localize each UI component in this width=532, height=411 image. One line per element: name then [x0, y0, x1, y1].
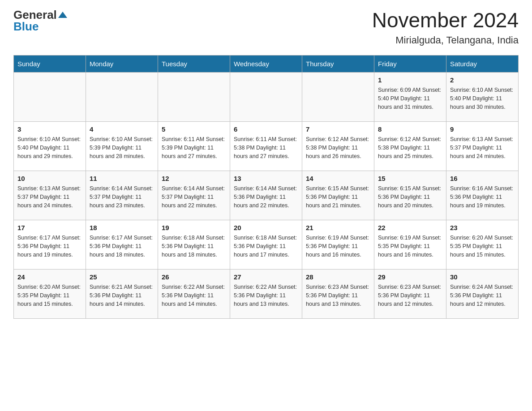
day-number: 1	[378, 75, 442, 86]
day-number: 3	[17, 124, 82, 135]
location-text: Mirialguda, Telangana, India	[372, 34, 519, 46]
day-info: Sunrise: 6:19 AM Sunset: 5:36 PM Dayligh…	[306, 234, 370, 259]
table-row: 1Sunrise: 6:09 AM Sunset: 5:40 PM Daylig…	[374, 72, 446, 121]
table-row: 3Sunrise: 6:10 AM Sunset: 5:40 PM Daylig…	[14, 121, 86, 171]
table-row: 8Sunrise: 6:12 AM Sunset: 5:38 PM Daylig…	[374, 121, 446, 171]
day-info: Sunrise: 6:18 AM Sunset: 5:36 PM Dayligh…	[234, 234, 298, 259]
day-info: Sunrise: 6:12 AM Sunset: 5:38 PM Dayligh…	[378, 135, 442, 160]
day-info: Sunrise: 6:13 AM Sunset: 5:37 PM Dayligh…	[450, 135, 515, 160]
table-row	[230, 72, 302, 121]
day-number: 25	[90, 272, 154, 283]
header-saturday: Saturday	[446, 55, 519, 72]
table-row: 9Sunrise: 6:13 AM Sunset: 5:37 PM Daylig…	[446, 121, 519, 171]
day-info: Sunrise: 6:11 AM Sunset: 5:38 PM Dayligh…	[234, 135, 298, 160]
table-row	[302, 72, 374, 121]
day-number: 20	[234, 223, 298, 233]
calendar-week-row: 1Sunrise: 6:09 AM Sunset: 5:40 PM Daylig…	[14, 72, 519, 121]
table-row	[14, 72, 86, 121]
day-info: Sunrise: 6:17 AM Sunset: 5:36 PM Dayligh…	[90, 234, 154, 259]
table-row: 4Sunrise: 6:10 AM Sunset: 5:39 PM Daylig…	[86, 121, 158, 171]
logo-general-text: General	[13, 9, 67, 21]
day-number: 29	[378, 272, 442, 283]
day-number: 30	[450, 272, 515, 283]
table-row: 24Sunrise: 6:20 AM Sunset: 5:35 PM Dayli…	[14, 269, 86, 318]
table-row: 5Sunrise: 6:11 AM Sunset: 5:39 PM Daylig…	[158, 121, 230, 171]
table-row: 29Sunrise: 6:23 AM Sunset: 5:36 PM Dayli…	[374, 269, 446, 318]
weekday-header-row: Sunday Monday Tuesday Wednesday Thursday…	[14, 55, 519, 72]
logo: General Blue	[13, 9, 67, 32]
day-number: 4	[90, 124, 154, 135]
header-monday: Monday	[86, 55, 158, 72]
table-row: 16Sunrise: 6:16 AM Sunset: 5:36 PM Dayli…	[446, 171, 519, 220]
table-row: 6Sunrise: 6:11 AM Sunset: 5:38 PM Daylig…	[230, 121, 302, 171]
calendar-week-row: 3Sunrise: 6:10 AM Sunset: 5:40 PM Daylig…	[14, 121, 519, 171]
day-number: 9	[450, 124, 515, 135]
day-info: Sunrise: 6:20 AM Sunset: 5:35 PM Dayligh…	[450, 234, 515, 259]
table-row: 20Sunrise: 6:18 AM Sunset: 5:36 PM Dayli…	[230, 220, 302, 269]
table-row: 17Sunrise: 6:17 AM Sunset: 5:36 PM Dayli…	[14, 220, 86, 269]
day-number: 18	[90, 223, 154, 233]
day-number: 27	[234, 272, 298, 283]
calendar-week-row: 10Sunrise: 6:13 AM Sunset: 5:37 PM Dayli…	[14, 171, 519, 220]
table-row: 23Sunrise: 6:20 AM Sunset: 5:35 PM Dayli…	[446, 220, 519, 269]
header-sunday: Sunday	[14, 55, 86, 72]
day-number: 15	[378, 174, 442, 184]
day-info: Sunrise: 6:23 AM Sunset: 5:36 PM Dayligh…	[306, 283, 370, 308]
day-number: 23	[450, 223, 515, 233]
day-info: Sunrise: 6:23 AM Sunset: 5:36 PM Dayligh…	[378, 283, 442, 308]
day-info: Sunrise: 6:12 AM Sunset: 5:38 PM Dayligh…	[306, 135, 370, 160]
day-number: 19	[162, 223, 226, 233]
table-row: 25Sunrise: 6:21 AM Sunset: 5:36 PM Dayli…	[86, 269, 158, 318]
day-number: 17	[17, 223, 82, 233]
table-row: 22Sunrise: 6:19 AM Sunset: 5:35 PM Dayli…	[374, 220, 446, 269]
page-header: General Blue November 2024 Mirialguda, T…	[13, 9, 519, 46]
day-number: 22	[378, 223, 442, 233]
day-info: Sunrise: 6:13 AM Sunset: 5:37 PM Dayligh…	[17, 184, 82, 210]
day-info: Sunrise: 6:22 AM Sunset: 5:36 PM Dayligh…	[234, 283, 298, 308]
day-info: Sunrise: 6:09 AM Sunset: 5:40 PM Dayligh…	[378, 86, 442, 111]
day-number: 8	[378, 124, 442, 135]
table-row: 19Sunrise: 6:18 AM Sunset: 5:36 PM Dayli…	[158, 220, 230, 269]
day-info: Sunrise: 6:16 AM Sunset: 5:36 PM Dayligh…	[450, 184, 515, 210]
day-info: Sunrise: 6:21 AM Sunset: 5:36 PM Dayligh…	[90, 283, 154, 308]
day-info: Sunrise: 6:17 AM Sunset: 5:36 PM Dayligh…	[17, 234, 82, 259]
day-info: Sunrise: 6:14 AM Sunset: 5:37 PM Dayligh…	[162, 184, 226, 210]
day-info: Sunrise: 6:10 AM Sunset: 5:40 PM Dayligh…	[450, 86, 515, 111]
day-info: Sunrise: 6:11 AM Sunset: 5:39 PM Dayligh…	[162, 135, 226, 160]
header-friday: Friday	[374, 55, 446, 72]
day-info: Sunrise: 6:15 AM Sunset: 5:36 PM Dayligh…	[306, 184, 370, 210]
table-row	[158, 72, 230, 121]
table-row: 13Sunrise: 6:14 AM Sunset: 5:36 PM Dayli…	[230, 171, 302, 220]
table-row: 26Sunrise: 6:22 AM Sunset: 5:36 PM Dayli…	[158, 269, 230, 318]
month-title: November 2024	[372, 9, 519, 32]
day-info: Sunrise: 6:15 AM Sunset: 5:36 PM Dayligh…	[378, 184, 442, 210]
table-row: 21Sunrise: 6:19 AM Sunset: 5:36 PM Dayli…	[302, 220, 374, 269]
day-info: Sunrise: 6:14 AM Sunset: 5:37 PM Dayligh…	[90, 184, 154, 210]
table-row: 2Sunrise: 6:10 AM Sunset: 5:40 PM Daylig…	[446, 72, 519, 121]
day-info: Sunrise: 6:18 AM Sunset: 5:36 PM Dayligh…	[162, 234, 226, 259]
table-row: 7Sunrise: 6:12 AM Sunset: 5:38 PM Daylig…	[302, 121, 374, 171]
calendar-week-row: 24Sunrise: 6:20 AM Sunset: 5:35 PM Dayli…	[14, 269, 519, 318]
logo-blue-text: Blue	[13, 21, 39, 32]
table-row: 11Sunrise: 6:14 AM Sunset: 5:37 PM Dayli…	[86, 171, 158, 220]
day-info: Sunrise: 6:19 AM Sunset: 5:35 PM Dayligh…	[378, 234, 442, 259]
day-number: 16	[450, 174, 515, 184]
table-row: 14Sunrise: 6:15 AM Sunset: 5:36 PM Dayli…	[302, 171, 374, 220]
table-row: 30Sunrise: 6:24 AM Sunset: 5:36 PM Dayli…	[446, 269, 519, 318]
day-number: 28	[306, 272, 370, 283]
day-number: 2	[450, 75, 515, 86]
day-info: Sunrise: 6:14 AM Sunset: 5:36 PM Dayligh…	[234, 184, 298, 210]
day-number: 10	[17, 174, 82, 184]
day-number: 5	[162, 124, 226, 135]
header-tuesday: Tuesday	[158, 55, 230, 72]
calendar-table: Sunday Monday Tuesday Wednesday Thursday…	[13, 55, 519, 319]
table-row: 10Sunrise: 6:13 AM Sunset: 5:37 PM Dayli…	[14, 171, 86, 220]
day-number: 24	[17, 272, 82, 283]
title-section: November 2024 Mirialguda, Telangana, Ind…	[372, 9, 519, 46]
day-number: 21	[306, 223, 370, 233]
table-row	[86, 72, 158, 121]
table-row: 28Sunrise: 6:23 AM Sunset: 5:36 PM Dayli…	[302, 269, 374, 318]
day-info: Sunrise: 6:10 AM Sunset: 5:39 PM Dayligh…	[90, 135, 154, 160]
table-row: 15Sunrise: 6:15 AM Sunset: 5:36 PM Dayli…	[374, 171, 446, 220]
table-row: 27Sunrise: 6:22 AM Sunset: 5:36 PM Dayli…	[230, 269, 302, 318]
